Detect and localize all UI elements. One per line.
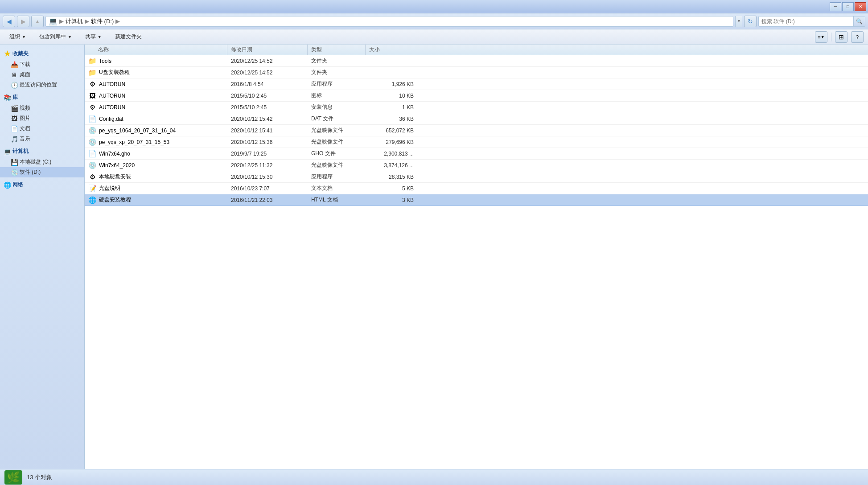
- pictures-label: 图片: [20, 115, 30, 122]
- help-icon: ?: [856, 34, 859, 40]
- close-button[interactable]: ✕: [855, 2, 866, 11]
- favorites-header[interactable]: ★ 收藏夹: [0, 48, 84, 59]
- file-name-label: AUTORUN: [99, 93, 125, 99]
- column-size[interactable]: 大小: [366, 45, 419, 55]
- refresh-button[interactable]: ↻: [744, 16, 757, 27]
- star-icon: ★: [4, 50, 11, 58]
- sidebar-item-downloads[interactable]: 📥 下载: [0, 59, 84, 70]
- view-options-button[interactable]: ≡ ▼: [815, 31, 827, 43]
- file-name-label: Tools: [99, 58, 111, 64]
- minimize-button[interactable]: ─: [830, 2, 841, 11]
- file-name-cell: 📄 Config.dat: [85, 115, 227, 123]
- library-label: 库: [12, 94, 18, 101]
- status-logo: 🌿: [4, 470, 22, 485]
- sidebar-item-pictures[interactable]: 🖼 图片: [0, 113, 84, 123]
- computer-section: 💻 计算机 💾 本地磁盘 (C:) 💿 软件 (D:): [0, 146, 84, 177]
- file-icon: 📄: [88, 115, 96, 123]
- file-type-cell: 文本文档: [308, 185, 366, 192]
- column-size-label: 大小: [369, 46, 380, 53]
- table-row[interactable]: 📄 Config.dat 2020/10/12 15:42 DAT 文件 36 …: [85, 113, 868, 125]
- file-size-cell: 28,315 KB: [366, 174, 419, 180]
- sidebar-item-d-drive[interactable]: 💿 软件 (D:): [0, 167, 84, 177]
- table-row[interactable]: 💿 pe_yqs_1064_20_07_31_16_04 2020/10/12 …: [85, 125, 868, 136]
- address-dropdown[interactable]: ▼: [735, 16, 742, 27]
- music-label: 音乐: [20, 135, 30, 143]
- file-icon: ⚙: [88, 103, 96, 111]
- maximize-button[interactable]: □: [842, 2, 854, 11]
- table-row[interactable]: 💿 pe_yqs_xp_20_07_31_15_53 2020/10/12 15…: [85, 136, 868, 148]
- file-icon: 📄: [88, 150, 96, 158]
- file-name-label: pe_yqs_xp_20_07_31_15_53: [99, 139, 169, 145]
- organize-arrow: ▼: [22, 35, 26, 39]
- help-button[interactable]: ?: [851, 31, 864, 43]
- search-input[interactable]: [759, 18, 853, 25]
- library-header[interactable]: 📚 库: [0, 92, 84, 103]
- sidebar-item-music[interactable]: 🎵 音乐: [0, 134, 84, 144]
- include-arrow: ▼: [68, 35, 72, 39]
- recent-label: 最近访问的位置: [20, 81, 57, 89]
- breadcrumb-computer[interactable]: 计算机: [66, 17, 83, 25]
- file-date-cell: 2016/10/23 7:07: [227, 185, 308, 192]
- forward-button[interactable]: ▶: [17, 16, 29, 27]
- downloads-icon: 📥: [11, 61, 18, 68]
- file-size-cell: 279,696 KB: [366, 139, 419, 145]
- sidebar-item-c-drive[interactable]: 💾 本地磁盘 (C:): [0, 157, 84, 167]
- file-size-cell: 10 KB: [366, 93, 419, 99]
- column-date[interactable]: 修改日期: [227, 45, 308, 55]
- share-arrow: ▼: [98, 35, 102, 39]
- sidebar-item-documents[interactable]: 📄 文档: [0, 123, 84, 134]
- network-header[interactable]: 🌐 网络: [0, 179, 84, 190]
- change-view-button[interactable]: ⊞: [835, 31, 847, 43]
- column-date-label: 修改日期: [231, 46, 252, 53]
- share-button[interactable]: 共享 ▼: [80, 31, 107, 43]
- table-row[interactable]: ⚙ AUTORUN 2015/5/10 2:45 安装信息 1 KB: [85, 102, 868, 113]
- new-folder-button[interactable]: 新建文件夹: [110, 31, 147, 43]
- column-type[interactable]: 类型: [308, 45, 366, 55]
- d-drive-icon: 💿: [11, 169, 18, 176]
- file-date-cell: 2020/12/25 14:52: [227, 70, 308, 76]
- file-type-cell: 安装信息: [308, 103, 366, 111]
- table-row[interactable]: 🌐 硬盘安装教程 2016/11/21 22:03 HTML 文档 3 KB: [85, 194, 868, 206]
- file-icon: 📁: [88, 57, 96, 65]
- status-count: 13 个对象: [27, 473, 52, 481]
- search-button[interactable]: 🔍: [853, 16, 865, 26]
- file-type-cell: 文件夹: [308, 69, 366, 76]
- file-icon: ⚙: [88, 173, 96, 181]
- file-icon: 🌐: [88, 196, 96, 204]
- file-name-cell: 📁 Tools: [85, 57, 227, 65]
- file-name-label: 本地硬盘安装: [99, 173, 131, 181]
- table-row[interactable]: 📝 光盘说明 2016/10/23 7:07 文本文档 5 KB: [85, 183, 868, 194]
- library-section: 📚 库 🎬 视频 🖼 图片 📄 文档 🎵 音乐: [0, 92, 84, 144]
- table-row[interactable]: 🖼 AUTORUN 2015/5/10 2:45 图标 10 KB: [85, 90, 868, 102]
- file-name-label: U盘安装教程: [99, 69, 130, 76]
- organize-button[interactable]: 组织 ▼: [4, 31, 31, 43]
- table-row[interactable]: ⚙ 本地硬盘安装 2020/10/12 15:30 应用程序 28,315 KB: [85, 171, 868, 183]
- file-name-label: Win7x64_2020: [99, 162, 135, 169]
- file-name-label: Win7x64.gho: [99, 151, 130, 157]
- file-size-cell: 3,874,126 ...: [366, 162, 419, 169]
- sidebar-item-recent[interactable]: 🕐 最近访问的位置: [0, 80, 84, 90]
- computer-header[interactable]: 💻 计算机: [0, 146, 84, 157]
- include-button[interactable]: 包含到库中 ▼: [34, 31, 77, 43]
- column-name[interactable]: 名称: [85, 45, 227, 55]
- file-type-cell: GHO 文件: [308, 150, 366, 157]
- sidebar-item-video[interactable]: 🎬 视频: [0, 103, 84, 113]
- recent-icon: 🕐: [11, 82, 18, 89]
- desktop-label: 桌面: [20, 71, 30, 78]
- up-button[interactable]: ▲: [31, 16, 44, 27]
- file-icon: 💿: [88, 138, 96, 146]
- sidebar: ★ 收藏夹 📥 下载 🖥 桌面 🕐 最近访问的位置 📚 库: [0, 45, 85, 469]
- network-section: 🌐 网络: [0, 179, 84, 190]
- table-row[interactable]: 💿 Win7x64_2020 2020/12/25 11:32 光盘映像文件 3…: [85, 160, 868, 171]
- table-row[interactable]: 📁 Tools 2020/12/25 14:52 文件夹: [85, 55, 868, 67]
- file-name-label: 光盘说明: [99, 185, 120, 192]
- music-icon: 🎵: [11, 136, 18, 143]
- back-button[interactable]: ◀: [3, 16, 15, 27]
- table-row[interactable]: ⚙ AUTORUN 2016/1/8 4:54 应用程序 1,926 KB: [85, 78, 868, 90]
- sidebar-item-desktop[interactable]: 🖥 桌面: [0, 70, 84, 80]
- breadcrumb-drive[interactable]: 软件 (D:): [91, 17, 114, 25]
- breadcrumb: 💻 ▶ 计算机 ▶ 软件 (D:) ▶: [45, 16, 733, 27]
- table-row[interactable]: 📁 U盘安装教程 2020/12/25 14:52 文件夹: [85, 67, 868, 78]
- table-row[interactable]: 📄 Win7x64.gho 2019/9/7 19:25 GHO 文件 2,90…: [85, 148, 868, 160]
- file-icon: ⚙: [88, 80, 96, 88]
